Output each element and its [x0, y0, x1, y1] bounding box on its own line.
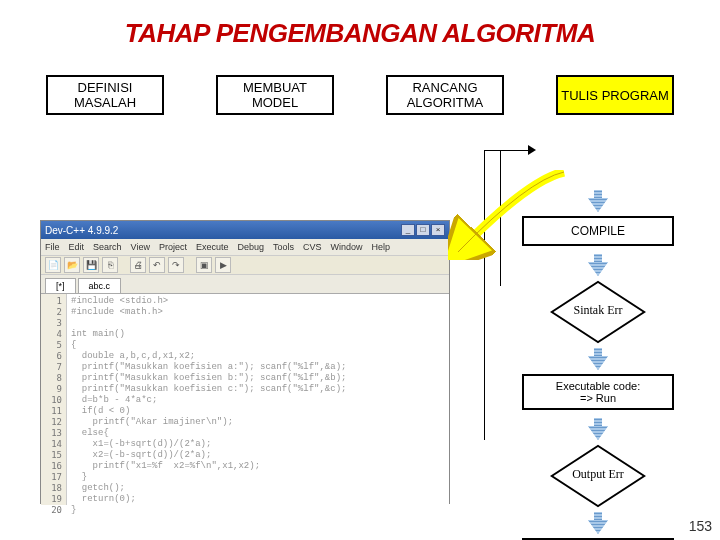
box-tulis-program: TULIS PROGRAM	[556, 75, 674, 115]
toolbar-print-icon[interactable]: 🖨	[130, 257, 146, 273]
toolbar-compile-icon[interactable]: ▣	[196, 257, 212, 273]
close-icon[interactable]: ×	[431, 224, 445, 236]
top-boxes-row: DEFINISI MASALAH MEMBUAT MODEL RANCANG A…	[0, 75, 720, 115]
ide-titlebar: Dev-C++ 4.9.9.2 _ □ ×	[41, 221, 449, 239]
box-text: DEFINISI	[78, 80, 133, 95]
toolbar-saveall-icon[interactable]: ⎘	[102, 257, 118, 273]
box-executable: Executable code: => Run	[522, 374, 674, 410]
box-text: RANCANG	[412, 80, 477, 95]
ide-code[interactable]: #include <stdio.h> #include <math.h> int…	[67, 294, 449, 505]
toolbar-run-icon[interactable]: ▶	[215, 257, 231, 273]
menu-item[interactable]: View	[131, 242, 150, 252]
ide-tab[interactable]: [*]	[45, 278, 76, 293]
box-text: Executable code:	[528, 380, 668, 392]
ide-title-text: Dev-C++ 4.9.9.2	[45, 225, 118, 236]
box-text: MEMBUAT	[243, 80, 307, 95]
menu-item[interactable]: CVS	[303, 242, 322, 252]
ide-toolbar[interactable]: 📄 📂 💾 ⎘ 🖨 ↶ ↷ ▣ ▶	[41, 255, 449, 275]
menu-item[interactable]: Tools	[273, 242, 294, 252]
menu-item[interactable]: Search	[93, 242, 122, 252]
box-text: ALGORITMA	[407, 95, 484, 110]
box-text: MASALAH	[74, 95, 136, 110]
diamond-output-err: Output Err	[559, 450, 637, 502]
ide-body: 1234567891011121314151617181920 #include…	[41, 293, 449, 505]
arrow-down-icon	[588, 520, 608, 534]
menu-item[interactable]: Project	[159, 242, 187, 252]
menu-item[interactable]: Help	[372, 242, 391, 252]
ide-tabs: [*] abc.c	[41, 275, 449, 293]
arrow-connector	[594, 190, 602, 198]
diamond-label: Sintak Err	[559, 303, 637, 318]
ide-menubar[interactable]: FileEditSearchViewProjectExecuteDebugToo…	[41, 239, 449, 255]
ide-window: Dev-C++ 4.9.9.2 _ □ × FileEditSearchView…	[40, 220, 450, 504]
menu-item[interactable]: Edit	[69, 242, 85, 252]
page-title: TAHAP PENGEMBANGAN ALGORITMA	[0, 0, 720, 75]
menu-item[interactable]: Execute	[196, 242, 229, 252]
arrow-down-icon	[588, 426, 608, 440]
toolbar-redo-icon[interactable]: ↷	[168, 257, 184, 273]
arrow-connector	[594, 254, 602, 262]
box-rancang: RANCANG ALGORITMA	[386, 75, 504, 115]
minimize-icon[interactable]: _	[401, 224, 415, 236]
arrow-down-icon	[588, 262, 608, 276]
arrow-connector	[594, 512, 602, 520]
arrow-down-icon	[588, 356, 608, 370]
box-membuat: MEMBUAT MODEL	[216, 75, 334, 115]
maximize-icon[interactable]: □	[416, 224, 430, 236]
menu-item[interactable]: File	[45, 242, 60, 252]
diamond-sintak-err: Sintak Err	[559, 286, 637, 338]
toolbar-new-icon[interactable]: 📄	[45, 257, 61, 273]
page-number: 153	[689, 518, 712, 534]
arrow-connector	[594, 418, 602, 426]
box-text: TULIS PROGRAM	[561, 88, 669, 103]
yellow-arrow-icon	[448, 170, 568, 260]
toolbar-save-icon[interactable]: 💾	[83, 257, 99, 273]
box-definisi: DEFINISI MASALAH	[46, 75, 164, 115]
toolbar-open-icon[interactable]: 📂	[64, 257, 80, 273]
window-buttons: _ □ ×	[401, 224, 445, 236]
arrow-down-icon	[588, 198, 608, 212]
ide-gutter: 1234567891011121314151617181920	[41, 294, 67, 505]
arrow-connector	[594, 348, 602, 356]
box-text: MODEL	[252, 95, 298, 110]
diamond-label: Output Err	[559, 467, 637, 482]
box-text: => Run	[528, 392, 668, 404]
menu-item[interactable]: Debug	[237, 242, 264, 252]
menu-item[interactable]: Window	[331, 242, 363, 252]
ide-tab[interactable]: abc.c	[78, 278, 122, 293]
toolbar-undo-icon[interactable]: ↶	[149, 257, 165, 273]
